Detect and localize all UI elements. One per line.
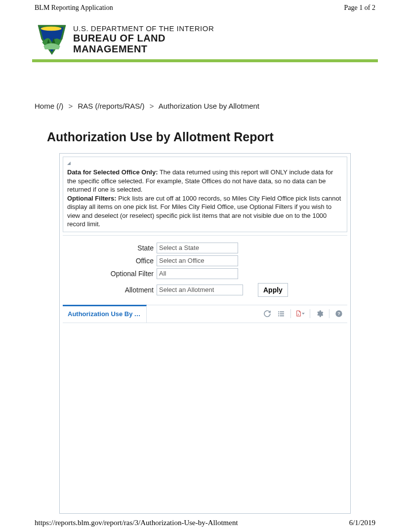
export-pdf-icon[interactable]: 人 <box>296 309 305 318</box>
breadcrumb-ras[interactable]: RAS (/reports/RAS/) <box>78 102 144 110</box>
info-label-1: Data for Selected Office Only: <box>67 168 158 176</box>
footer-date: 6/1/2019 <box>349 519 375 527</box>
refresh-icon[interactable] <box>263 309 272 318</box>
toolbar-divider <box>290 309 291 318</box>
state-select[interactable] <box>157 243 238 253</box>
report-toolbar: 人 ? <box>263 309 347 318</box>
svg-rect-3 <box>278 314 279 315</box>
blm-logo <box>35 22 69 56</box>
svg-point-0 <box>41 27 62 31</box>
page-title: Authorization Use by Allotment Report <box>0 110 410 144</box>
svg-rect-5 <box>278 316 279 317</box>
svg-rect-2 <box>280 312 284 313</box>
svg-rect-6 <box>280 316 284 317</box>
svg-rect-4 <box>280 314 284 315</box>
svg-rect-1 <box>278 312 279 313</box>
breadcrumb-separator: > <box>150 102 154 110</box>
department-label: U.S. DEPARTMENT OF THE INTERIOR <box>73 24 214 33</box>
page-counter: Page 1 of 2 <box>344 4 375 12</box>
info-label-2: Optional Filters: <box>67 195 117 202</box>
optional-filter-label: Optional Filter <box>63 270 157 278</box>
optional-filter-select[interactable] <box>157 268 238 279</box>
help-icon[interactable]: ? <box>334 309 343 318</box>
toolbar-divider <box>329 309 329 318</box>
state-label: State <box>63 244 157 252</box>
filter-area: State Office Optional Filter Allotment A… <box>63 235 347 305</box>
breadcrumb-home[interactable]: Home (/) <box>35 102 63 110</box>
apply-button[interactable]: Apply <box>258 283 288 297</box>
footer-url: https://reports.blm.gov/report/ras/3/Aut… <box>35 519 238 527</box>
allotment-label: Allotment <box>63 286 157 294</box>
report-body <box>63 323 347 510</box>
breadcrumb: Home (/) > RAS (/reports/RAS/) > Authori… <box>0 62 410 110</box>
bureau-label-1: BUREAU OF LAND <box>73 33 214 43</box>
office-label: Office <box>63 257 157 265</box>
bureau-label-2: MANAGEMENT <box>73 43 214 54</box>
info-box: ◢ Data for Selected Office Only: The dat… <box>63 157 347 232</box>
breadcrumb-current: Authorization Use by Allotment <box>159 102 259 110</box>
allotment-select[interactable] <box>157 285 243 295</box>
collapse-toggle-icon[interactable]: ◢ <box>67 160 343 166</box>
list-icon[interactable] <box>277 309 286 318</box>
app-name: BLM Reporting Application <box>35 4 113 12</box>
office-select[interactable] <box>157 255 238 266</box>
gear-icon[interactable] <box>315 309 324 318</box>
tab-authorization-use[interactable]: Authorization Use By Al... <box>63 305 147 323</box>
svg-text:人: 人 <box>297 314 300 316</box>
toolbar-divider <box>310 309 310 318</box>
breadcrumb-separator: > <box>69 102 73 110</box>
report-panel: ◢ Data for Selected Office Only: The dat… <box>59 153 351 514</box>
svg-text:?: ? <box>337 312 340 317</box>
